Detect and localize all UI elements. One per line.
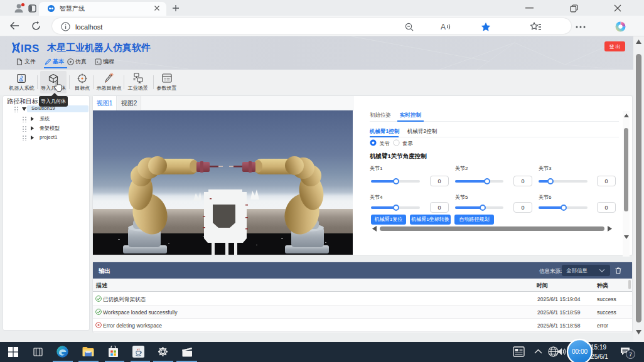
svg-text:7: 7	[629, 351, 632, 358]
svg-text:IRS: IRS	[21, 43, 40, 55]
svg-text:A: A	[441, 23, 446, 31]
svg-text:00:00: 00:00	[572, 348, 588, 355]
